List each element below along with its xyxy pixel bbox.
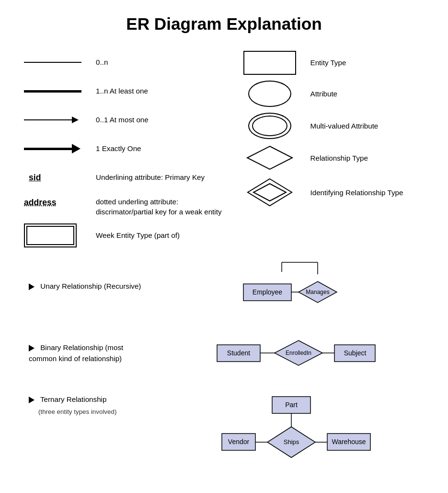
ternary-diagram: Part Ships Vendor Warehouse [163,394,429,471]
ternary-sublabel: (three entity types involved) [29,407,163,417]
unary-label: Unary Relationship (Recursive) [19,281,163,292]
weak-entity-box-icon [24,223,77,247]
thin-arrow-icon [24,117,79,123]
binary-label: Binary Relationship (most common kind of… [19,342,163,364]
svg-text:Warehouse: Warehouse [332,438,366,446]
exactly-one-label: 1 Exactly One [96,143,224,153]
bullet-icon [29,283,34,290]
legend-entity-type: Entity Type [224,48,429,78]
legend-one-n: 1..n At least one [19,77,224,106]
legend-partial-key: address dotted underling attribute: disc… [19,192,224,221]
multi-attribute-label: Multi-valued Attribute [310,121,429,131]
attribute-ellipse-icon [248,81,291,107]
svg-text:Vendor: Vendor [228,438,249,446]
ternary-svg: Part Ships Vendor Warehouse [219,394,373,471]
diamond-icon [246,145,294,171]
svg-text:Ships: Ships [283,438,299,446]
legend-attribute: Attribute [224,78,429,110]
double-diamond-icon [246,177,294,208]
svg-text:Subject: Subject [344,349,366,357]
bullet-icon-3 [29,397,34,403]
address-icon: address [24,198,56,208]
binary-diagram: Student EnrolledIn Subject [163,337,429,370]
binary-svg: Student EnrolledIn Subject [215,337,378,370]
ternary-section: Ternary Relationship (three entity types… [19,385,429,478]
bullet-icon-2 [29,345,34,352]
unary-section: Unary Relationship (Recursive) Employee … [19,250,429,322]
svg-marker-0 [247,146,292,169]
page-title: ER Diagram Explanation [19,10,429,34]
one-n-label: 1..n At least one [96,86,224,96]
legend-exactly-one: 1 Exactly One [19,134,224,163]
attribute-label: Attribute [310,89,429,99]
legend-relationship-type: Relationship Type [224,142,429,174]
multi-valued-ellipse-icon [248,113,291,139]
thick-line-icon [24,90,81,93]
partial-key-label: dotted underling attribute: discrimator/… [96,197,224,217]
binary-section: Binary Relationship (most common kind of… [19,322,429,385]
identifying-relationship-label: Identifying Relationship Type [310,188,429,198]
primary-key-label: Underlining attribute: Primary Key [96,172,224,182]
svg-text:Student: Student [227,349,250,357]
legend-zero-n: 0..n [19,48,224,77]
unary-svg: Employee Manages [234,258,358,315]
thin-line-icon [24,62,81,63]
legend-identifying-relationship: Identifying Relationship Type [224,174,429,211]
zero-n-label: 0..n [96,57,224,67]
zero-one-label: 0..1 At most one [96,115,224,125]
svg-text:Employee: Employee [252,288,282,296]
svg-text:Manages: Manages [306,289,329,295]
weak-entity-label: Week Entity Type (part of) [96,230,224,240]
relationship-type-label: Relationship Type [310,153,429,163]
legend-primary-key: sid Underlining attribute: Primary Key [19,163,224,192]
unary-diagram: Employee Manages [163,258,429,315]
legend-weak-entity: Week Entity Type (part of) [19,221,224,250]
entity-type-label: Entity Type [310,58,429,68]
entity-type-icon [243,51,296,75]
svg-text:Part: Part [285,401,298,409]
sid-icon: sid [29,173,41,183]
thick-arrow-icon [24,144,80,153]
legend-zero-one: 0..1 At most one [19,106,224,134]
svg-text:EnrolledIn: EnrolledIn [285,350,311,356]
legend-multi-attribute: Multi-valued Attribute [224,110,429,142]
ternary-label: Ternary Relationship (three entity types… [19,394,163,417]
